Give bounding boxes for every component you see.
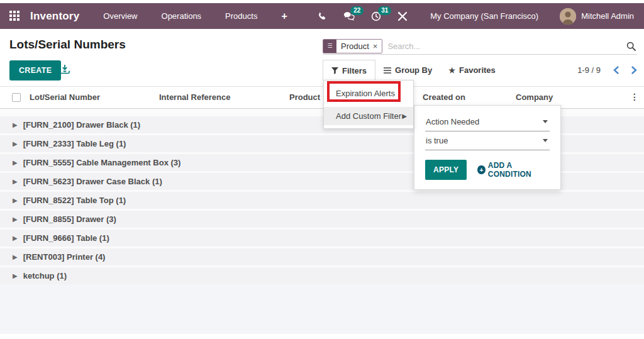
search-options-row: Filters Group By ★ Favorites 1-9 / 9 [323, 60, 637, 81]
groupby-facet-icon: ☰ [323, 40, 336, 53]
column-header-product[interactable]: Product [289, 92, 320, 102]
facet-label: Product [341, 42, 369, 51]
create-button[interactable]: CREATE [9, 60, 61, 81]
groupby-button[interactable]: Group By [375, 60, 440, 80]
column-header-company[interactable]: Company [516, 92, 553, 102]
company-switcher[interactable]: My Company (San Francisco) [430, 11, 538, 21]
column-header-created-on[interactable]: Created on [423, 92, 465, 102]
select-caret-icon [543, 120, 548, 123]
export-download-icon[interactable] [60, 65, 70, 74]
plus-menu-icon[interactable]: + [281, 11, 287, 22]
pager: 1-9 / 9 [577, 65, 637, 75]
pager-range: 1-9 / 9 [577, 65, 601, 75]
expand-caret-icon: ▶ [13, 159, 18, 166]
column-header-lot-serial[interactable]: Lot/Serial Number [30, 92, 100, 102]
star-icon: ★ [448, 66, 455, 75]
filter-operator-select[interactable]: is true [425, 131, 550, 150]
expand-caret-icon: ▶ [13, 272, 18, 279]
expand-caret-icon: ▶ [13, 235, 18, 242]
app-name[interactable]: Inventory [30, 10, 79, 23]
apps-grid-icon[interactable] [9, 11, 21, 22]
apply-button[interactable]: APPLY [425, 160, 467, 180]
plus-circle-icon: + [477, 165, 485, 174]
pager-next-icon[interactable] [631, 66, 637, 74]
menu-item-add-custom-filter[interactable]: Add Custom Filter ▶ [324, 107, 413, 125]
search-bar: ☰ Product × [323, 38, 637, 55]
group-row[interactable]: ▶[FURN_8855] Drawer (3) [0, 211, 644, 230]
search-icon[interactable] [626, 42, 636, 51]
custom-filter-panel: Action Needed is true APPLY + ADD A COND… [414, 105, 561, 190]
messages-badge: 22 [350, 6, 364, 15]
group-row[interactable]: ▶[FURN_9666] Table (1) [0, 230, 644, 248]
empty-list-area [0, 284, 644, 334]
optional-columns-icon[interactable]: ⋮ [630, 92, 639, 102]
favorites-button[interactable]: ★ Favorites [440, 60, 504, 80]
submenu-caret-icon: ▶ [402, 113, 407, 119]
expand-caret-icon: ▶ [13, 140, 18, 147]
user-menu[interactable]: Mitchell Admin [581, 11, 634, 21]
groupby-bars-icon [384, 67, 391, 74]
filters-dropdown-menu: Expiration Alerts Add Custom Filter ▶ [323, 80, 414, 129]
select-all-checkbox[interactable] [12, 93, 21, 102]
developer-tools-icon[interactable] [397, 11, 408, 21]
group-row[interactable]: ▶[RENT003] Printer (4) [0, 248, 644, 267]
activities-clock-icon[interactable]: 31 [371, 11, 381, 21]
activities-badge: 31 [378, 6, 391, 15]
topbar-right-group: 22 31 My Company (San Francisco) Mitchel… [318, 8, 644, 25]
search-input[interactable] [387, 42, 626, 51]
filters-button[interactable]: Filters [323, 60, 375, 81]
search-facet-product: ☰ Product × [323, 39, 382, 53]
menu-item-expiration-alerts[interactable]: Expiration Alerts [324, 84, 413, 103]
add-condition-button[interactable]: + ADD A CONDITION [477, 161, 550, 179]
column-header-internal-reference[interactable]: Internal Reference [159, 92, 230, 102]
filter-funnel-icon [331, 67, 338, 74]
expand-caret-icon: ▶ [13, 197, 18, 204]
phone-icon[interactable] [318, 11, 327, 21]
menu-overview[interactable]: Overview [103, 11, 137, 21]
top-navigation-bar: Inventory Overview Operations Products +… [0, 3, 644, 29]
facet-remove-icon[interactable]: × [373, 42, 378, 50]
page-title: Lots/Serial Numbers [9, 38, 126, 52]
expand-caret-icon: ▶ [13, 178, 18, 185]
menu-products[interactable]: Products [225, 11, 257, 21]
user-avatar[interactable] [560, 8, 576, 25]
filter-field-select[interactable]: Action Needed [425, 113, 550, 131]
odoo-inventory-page: Inventory Overview Operations Products +… [0, 0, 644, 339]
messages-icon[interactable]: 22 [343, 11, 355, 21]
menu-operations[interactable]: Operations [162, 11, 202, 21]
expand-caret-icon: ▶ [13, 253, 18, 260]
group-row[interactable]: ▶ketchup (1) [0, 267, 644, 286]
pager-previous-icon[interactable] [613, 66, 619, 74]
expand-caret-icon: ▶ [13, 121, 18, 128]
custom-filter-actions: APPLY + ADD A CONDITION [425, 160, 550, 180]
group-row[interactable]: ▶[FURN_8522] Table Top (1) [0, 192, 644, 211]
expand-caret-icon: ▶ [13, 216, 18, 223]
select-caret-icon [543, 139, 548, 142]
